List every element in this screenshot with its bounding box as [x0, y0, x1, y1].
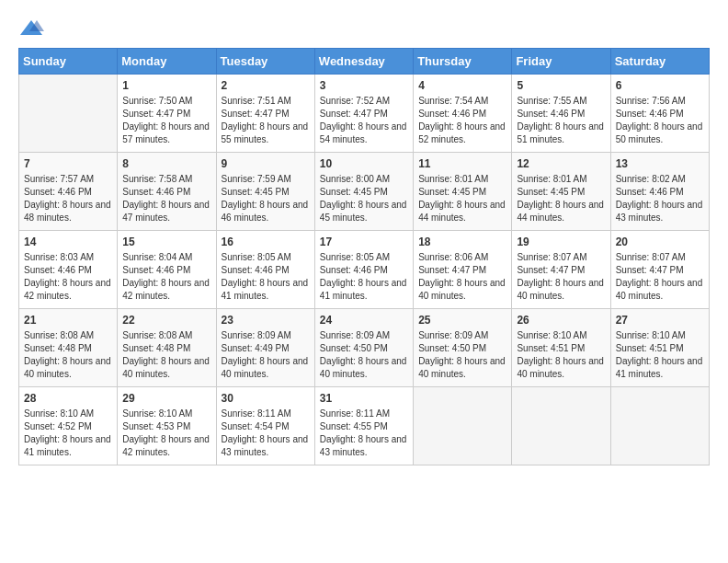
day-number: 27: [616, 314, 704, 327]
calendar-cell: 31 Sunrise: 8:11 AM Sunset: 4:55 PM Dayl…: [314, 387, 413, 465]
day-number: 26: [517, 314, 605, 327]
calendar-cell: 19 Sunrise: 8:07 AM Sunset: 4:47 PM Dayl…: [512, 231, 610, 309]
day-header-tuesday: Tuesday: [216, 49, 314, 75]
day-header-sunday: Sunday: [19, 49, 118, 75]
day-info: Sunrise: 8:02 AM Sunset: 4:46 PM Dayligh…: [616, 173, 704, 224]
day-info: Sunrise: 8:07 AM Sunset: 4:47 PM Dayligh…: [616, 251, 704, 303]
calendar-cell: 25 Sunrise: 8:09 AM Sunset: 4:50 PM Dayl…: [414, 309, 512, 387]
calendar-cell: 20 Sunrise: 8:07 AM Sunset: 4:47 PM Dayl…: [610, 231, 709, 309]
day-info: Sunrise: 8:08 AM Sunset: 4:48 PM Dayligh…: [122, 329, 210, 381]
calendar-cell: [414, 387, 512, 465]
calendar-cell: 3 Sunrise: 7:52 AM Sunset: 4:47 PM Dayli…: [314, 75, 413, 153]
calendar-cell: 30 Sunrise: 8:11 AM Sunset: 4:54 PM Dayl…: [216, 387, 314, 465]
day-info: Sunrise: 8:06 AM Sunset: 4:47 PM Dayligh…: [418, 251, 506, 303]
day-header-thursday: Thursday: [414, 49, 512, 75]
day-number: 31: [320, 392, 408, 405]
calendar-cell: 2 Sunrise: 7:51 AM Sunset: 4:47 PM Dayli…: [216, 75, 314, 153]
day-info: Sunrise: 8:01 AM Sunset: 4:45 PM Dayligh…: [517, 173, 605, 224]
day-info: Sunrise: 8:07 AM Sunset: 4:47 PM Dayligh…: [517, 251, 605, 303]
calendar-cell: 12 Sunrise: 8:01 AM Sunset: 4:45 PM Dayl…: [512, 153, 610, 231]
calendar-week-1: 1 Sunrise: 7:50 AM Sunset: 4:47 PM Dayli…: [19, 75, 710, 153]
day-number: 23: [222, 314, 310, 327]
calendar-cell: 29 Sunrise: 8:10 AM Sunset: 4:53 PM Dayl…: [118, 387, 216, 465]
day-info: Sunrise: 7:58 AM Sunset: 4:46 PM Dayligh…: [122, 173, 210, 224]
day-header-friday: Friday: [512, 49, 610, 75]
calendar-cell: 1 Sunrise: 7:50 AM Sunset: 4:47 PM Dayli…: [118, 75, 216, 153]
calendar-cell: 21 Sunrise: 8:08 AM Sunset: 4:48 PM Dayl…: [19, 309, 118, 387]
day-info: Sunrise: 7:56 AM Sunset: 4:46 PM Dayligh…: [616, 95, 704, 146]
day-number: 4: [418, 79, 506, 92]
day-info: Sunrise: 8:03 AM Sunset: 4:46 PM Dayligh…: [24, 251, 112, 303]
calendar-cell: 18 Sunrise: 8:06 AM Sunset: 4:47 PM Dayl…: [414, 231, 512, 309]
calendar-cell: 16 Sunrise: 8:05 AM Sunset: 4:46 PM Dayl…: [216, 231, 314, 309]
day-number: 14: [24, 236, 112, 248]
calendar-cell: 11 Sunrise: 8:01 AM Sunset: 4:45 PM Dayl…: [414, 153, 512, 231]
day-info: Sunrise: 8:10 AM Sunset: 4:51 PM Dayligh…: [517, 329, 605, 381]
calendar-cell: 28 Sunrise: 8:10 AM Sunset: 4:52 PM Dayl…: [19, 387, 118, 465]
day-info: Sunrise: 8:10 AM Sunset: 4:51 PM Dayligh…: [616, 329, 704, 381]
day-header-monday: Monday: [118, 49, 216, 75]
calendar-cell: 13 Sunrise: 8:02 AM Sunset: 4:46 PM Dayl…: [610, 153, 709, 231]
calendar: SundayMondayTuesdayWednesdayThursdayFrid…: [18, 48, 710, 465]
day-number: 30: [222, 392, 310, 405]
day-number: 5: [517, 79, 605, 92]
day-header-saturday: Saturday: [610, 49, 709, 75]
day-number: 6: [616, 79, 704, 92]
day-info: Sunrise: 8:11 AM Sunset: 4:54 PM Dayligh…: [222, 408, 310, 459]
day-info: Sunrise: 8:01 AM Sunset: 4:45 PM Dayligh…: [418, 173, 506, 224]
calendar-cell: 27 Sunrise: 8:10 AM Sunset: 4:51 PM Dayl…: [610, 309, 709, 387]
day-number: 22: [122, 314, 210, 327]
calendar-cell: 24 Sunrise: 8:09 AM Sunset: 4:50 PM Dayl…: [314, 309, 413, 387]
day-info: Sunrise: 8:09 AM Sunset: 4:50 PM Dayligh…: [418, 329, 506, 381]
calendar-cell: [19, 75, 118, 153]
day-number: 17: [320, 236, 408, 248]
day-info: Sunrise: 8:04 AM Sunset: 4:46 PM Dayligh…: [122, 251, 210, 303]
calendar-cell: 10 Sunrise: 8:00 AM Sunset: 4:45 PM Dayl…: [314, 153, 413, 231]
day-number: 20: [616, 236, 704, 248]
calendar-cell: 9 Sunrise: 7:59 AM Sunset: 4:45 PM Dayli…: [216, 153, 314, 231]
day-info: Sunrise: 8:05 AM Sunset: 4:46 PM Dayligh…: [320, 251, 408, 303]
calendar-cell: [610, 387, 709, 465]
day-info: Sunrise: 7:52 AM Sunset: 4:47 PM Dayligh…: [320, 95, 408, 146]
day-number: 2: [222, 79, 310, 92]
day-info: Sunrise: 7:54 AM Sunset: 4:46 PM Dayligh…: [418, 95, 506, 146]
calendar-cell: 15 Sunrise: 8:04 AM Sunset: 4:46 PM Dayl…: [118, 231, 216, 309]
day-number: 16: [222, 236, 310, 248]
day-number: 11: [418, 157, 506, 170]
day-number: 1: [122, 79, 210, 92]
calendar-cell: 22 Sunrise: 8:08 AM Sunset: 4:48 PM Dayl…: [118, 309, 216, 387]
calendar-cell: 17 Sunrise: 8:05 AM Sunset: 4:46 PM Dayl…: [314, 231, 413, 309]
day-number: 19: [517, 236, 605, 248]
logo: [18, 18, 48, 39]
day-number: 29: [122, 392, 210, 405]
day-header-wednesday: Wednesday: [314, 49, 413, 75]
calendar-cell: 5 Sunrise: 7:55 AM Sunset: 4:46 PM Dayli…: [512, 75, 610, 153]
day-number: 8: [122, 157, 210, 170]
calendar-cell: 14 Sunrise: 8:03 AM Sunset: 4:46 PM Dayl…: [19, 231, 118, 309]
day-info: Sunrise: 8:09 AM Sunset: 4:49 PM Dayligh…: [222, 329, 310, 381]
day-info: Sunrise: 7:55 AM Sunset: 4:46 PM Dayligh…: [517, 95, 605, 146]
day-info: Sunrise: 8:00 AM Sunset: 4:45 PM Dayligh…: [320, 173, 408, 224]
calendar-cell: 6 Sunrise: 7:56 AM Sunset: 4:46 PM Dayli…: [610, 75, 709, 153]
calendar-week-4: 21 Sunrise: 8:08 AM Sunset: 4:48 PM Dayl…: [19, 309, 710, 387]
day-number: 9: [222, 157, 310, 170]
day-info: Sunrise: 7:50 AM Sunset: 4:47 PM Dayligh…: [122, 95, 210, 146]
day-info: Sunrise: 8:08 AM Sunset: 4:48 PM Dayligh…: [24, 329, 112, 381]
logo-icon: [18, 18, 44, 39]
calendar-week-5: 28 Sunrise: 8:10 AM Sunset: 4:52 PM Dayl…: [19, 387, 710, 465]
day-number: 24: [320, 314, 408, 327]
calendar-week-2: 7 Sunrise: 7:57 AM Sunset: 4:46 PM Dayli…: [19, 153, 710, 231]
day-number: 28: [24, 392, 112, 405]
day-number: 18: [418, 236, 506, 248]
day-info: Sunrise: 8:09 AM Sunset: 4:50 PM Dayligh…: [320, 329, 408, 381]
day-info: Sunrise: 8:10 AM Sunset: 4:53 PM Dayligh…: [122, 408, 210, 459]
day-info: Sunrise: 7:51 AM Sunset: 4:47 PM Dayligh…: [222, 95, 310, 146]
calendar-cell: 4 Sunrise: 7:54 AM Sunset: 4:46 PM Dayli…: [414, 75, 512, 153]
day-number: 25: [418, 314, 506, 327]
day-info: Sunrise: 7:59 AM Sunset: 4:45 PM Dayligh…: [222, 173, 310, 224]
day-info: Sunrise: 7:57 AM Sunset: 4:46 PM Dayligh…: [24, 173, 112, 224]
calendar-cell: 8 Sunrise: 7:58 AM Sunset: 4:46 PM Dayli…: [118, 153, 216, 231]
calendar-cell: [512, 387, 610, 465]
calendar-cell: 26 Sunrise: 8:10 AM Sunset: 4:51 PM Dayl…: [512, 309, 610, 387]
day-info: Sunrise: 8:10 AM Sunset: 4:52 PM Dayligh…: [24, 408, 112, 459]
